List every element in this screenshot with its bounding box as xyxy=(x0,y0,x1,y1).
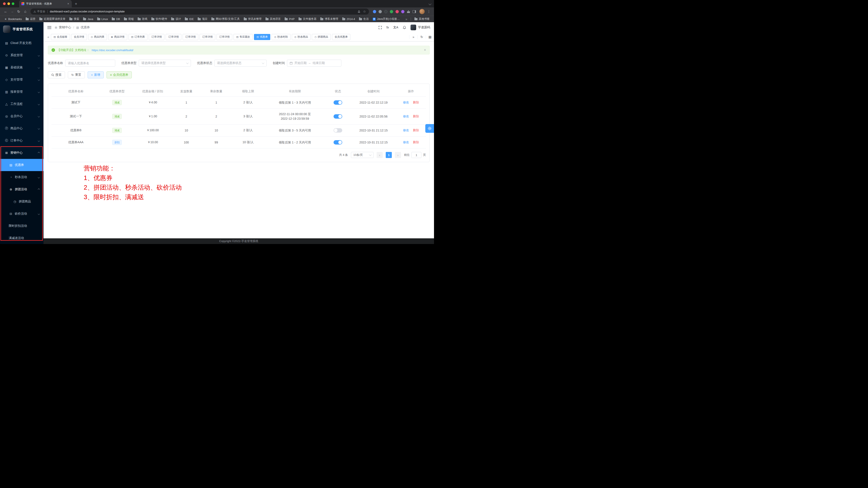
bookmark-item[interactable]: 运营 xyxy=(24,17,37,22)
sidebar-item[interactable]: Ⓒ 订单中心 xyxy=(0,135,43,147)
layout-grid-icon[interactable]: ▦ xyxy=(426,35,434,39)
sidebar-item[interactable]: ▥ 报表管理 xyxy=(0,86,43,98)
bookmark-item[interactable]: 生活 xyxy=(357,17,371,22)
collapse-menu-icon[interactable] xyxy=(48,26,51,29)
back-button[interactable]: ← xyxy=(3,8,9,15)
font-size-icon[interactable]: Tr xyxy=(386,26,389,29)
member-coupon-button[interactable]: ≡ 会员优惠券 xyxy=(106,71,132,78)
other-bookmarks[interactable]: 其他书签 xyxy=(413,17,431,22)
sidebar-item[interactable]: 限时折扣活动 xyxy=(0,220,43,232)
bookmark-item[interactable]: ★ Bookmarks xyxy=(3,17,24,21)
app-logo[interactable]: 芋道管理系统 xyxy=(0,22,43,36)
new-tab-button[interactable]: + xyxy=(75,2,77,6)
sidebar-item[interactable]: ⊙ 系统管理 xyxy=(0,49,43,61)
edit-link[interactable]: 修改 xyxy=(403,128,409,132)
sidebar-item[interactable]: ◇ 支付管理 xyxy=(0,74,43,86)
bookmark-item[interactable]: 文件服务器 xyxy=(297,17,318,22)
bookmarks-overflow-icon[interactable]: » xyxy=(404,17,409,21)
close-window-button[interactable] xyxy=(3,2,6,5)
edit-link[interactable]: 修改 xyxy=(403,114,409,118)
bookmark-star-icon[interactable]: ☆ xyxy=(363,9,366,13)
tags-scroll-left-icon[interactable]: « xyxy=(46,35,51,39)
tab-search-icon[interactable] xyxy=(429,2,431,5)
tagview-tab[interactable]: ▤ 订单列表 xyxy=(128,34,148,40)
coupon-name-input[interactable] xyxy=(68,61,113,65)
delete-link[interactable]: 删除 xyxy=(413,140,419,144)
reset-button[interactable]: ↻ 重置 xyxy=(68,71,85,78)
tagview-tab[interactable]: ◷ 拼团商品 xyxy=(312,34,331,40)
address-bar[interactable]: ⚠ 不安全 dashboard-vue3.yudao.iocoder.cn/pr… xyxy=(30,8,369,15)
browser-tab[interactable]: 芋道管理系统 - 优惠券 × xyxy=(19,0,72,7)
tagview-tab[interactable]: 订单详情 xyxy=(149,34,164,40)
settings-fab[interactable] xyxy=(425,124,434,133)
share-icon[interactable] xyxy=(358,10,361,13)
refresh-page-icon[interactable]: ↻ xyxy=(417,35,426,39)
tagview-tab[interactable]: ▤ 售后退款 xyxy=(234,34,252,40)
bookmark-item[interactable]: 近期需要读的文章 xyxy=(38,17,67,22)
user-menu[interactable]: 芋道源码 xyxy=(410,25,430,30)
browser-menu-icon[interactable]: ⋮ xyxy=(426,9,431,13)
current-page-button[interactable]: 1 xyxy=(386,152,392,158)
sidebar-item[interactable]: ⊚ 拼团活动 xyxy=(0,183,43,196)
bookmark-item[interactable]: 搜索 xyxy=(68,17,81,22)
tagview-tab[interactable]: ◎ 秒杀时段 xyxy=(272,34,290,40)
bookmark-item[interactable]: 游戏 xyxy=(136,17,149,22)
status-switch[interactable] xyxy=(334,140,342,145)
sidebar-item[interactable]: ▦ 基础设施 xyxy=(0,61,43,74)
coupon-type-select[interactable]: 请选择优惠券类型 xyxy=(139,60,191,66)
sidebar-item[interactable]: ◷ 拼团商品 xyxy=(0,196,43,208)
fullscreen-icon[interactable] xyxy=(378,26,382,29)
edit-link[interactable]: 修改 xyxy=(403,101,409,104)
bookmark-item[interactable]: 前端 xyxy=(122,17,135,22)
extension-icon[interactable] xyxy=(373,10,376,13)
banner-close-icon[interactable]: × xyxy=(424,48,426,52)
bookmark-item[interactable]: Linux xyxy=(95,17,110,21)
locale-icon[interactable]: 文A xyxy=(393,26,398,29)
extension-icon[interactable] xyxy=(384,10,388,13)
tagview-tab[interactable]: ◎ 秒杀商品 xyxy=(292,34,311,40)
extension-icon[interactable] xyxy=(378,10,382,13)
goto-page-input[interactable] xyxy=(411,152,422,158)
tagview-tab[interactable]: ▤ 优惠券 xyxy=(254,34,270,40)
delete-link[interactable]: 删除 xyxy=(413,114,419,118)
extension-icon[interactable] xyxy=(401,10,404,13)
tagview-tab[interactable]: 订单详情 xyxy=(183,34,198,40)
sidebar-item[interactable]: ◔ 秒杀活动 xyxy=(0,171,43,183)
sidebar-item[interactable]: ◎ 会员中心 xyxy=(0,110,43,122)
bookmark-item[interactable]: PHP xyxy=(283,17,297,21)
bookmark-item[interactable]: 博客未整理 xyxy=(318,17,340,22)
reload-button[interactable]: ↻ xyxy=(16,8,22,15)
delete-link[interactable]: 删除 xyxy=(413,128,419,132)
tagview-tab[interactable]: 订单详情 xyxy=(199,34,215,40)
tagview-tab[interactable]: ▤ 会员标签 xyxy=(51,34,70,40)
extension-icon[interactable] xyxy=(396,10,399,13)
browser-profile-avatar[interactable] xyxy=(420,9,425,14)
doc-link[interactable]: https://doc.iocoder.cn/mall/build/ xyxy=(92,49,133,52)
bookmark-item[interactable]: 软件/硬件 xyxy=(150,17,169,22)
prev-page-button[interactable]: ‹ xyxy=(377,152,383,158)
sidebar-item[interactable]: Ⓟ 商品中心 xyxy=(0,122,43,135)
bookmark-item[interactable]: 网站/博客/文章/工具 xyxy=(210,17,241,22)
bookmark-item[interactable]: 设计 xyxy=(169,17,183,22)
tags-scroll-right-icon[interactable]: » xyxy=(409,35,417,39)
bookmark-item[interactable]: 项目 xyxy=(196,17,209,22)
bookmark-item[interactable]: 2014-4 xyxy=(341,17,357,21)
security-warning-icon[interactable]: ⚠ xyxy=(33,10,36,13)
tagview-tab[interactable]: 订单详情 xyxy=(217,34,232,40)
tagview-tab[interactable]: ◎ 商品列表 xyxy=(88,34,107,40)
breadcrumb-section[interactable]: 营销中心 xyxy=(59,26,71,29)
bookmark-item[interactable]: B Java开发|小组首… xyxy=(371,17,402,22)
home-button[interactable]: ⌂ xyxy=(22,8,28,15)
forward-button[interactable]: → xyxy=(9,8,15,15)
status-switch[interactable] xyxy=(334,101,342,105)
extension-icon[interactable] xyxy=(390,10,393,13)
sidebar-item[interactable]: ⊟ 砍价活动 xyxy=(0,208,43,220)
date-range-picker[interactable]: 开始日期 – 结束日期 xyxy=(287,60,341,66)
edit-link[interactable]: 修改 xyxy=(403,140,409,144)
tagview-tab[interactable]: 订单详情 xyxy=(166,34,181,40)
bookmark-item[interactable]: IDE xyxy=(183,17,195,21)
status-switch[interactable] xyxy=(334,128,342,133)
sidebar-item[interactable]: ⊞ 营销中心 xyxy=(0,147,43,159)
sidebar-item[interactable]: △ 工作流程 xyxy=(0,98,43,110)
sidebar-item[interactable]: ▤ 优惠券 xyxy=(0,159,43,171)
